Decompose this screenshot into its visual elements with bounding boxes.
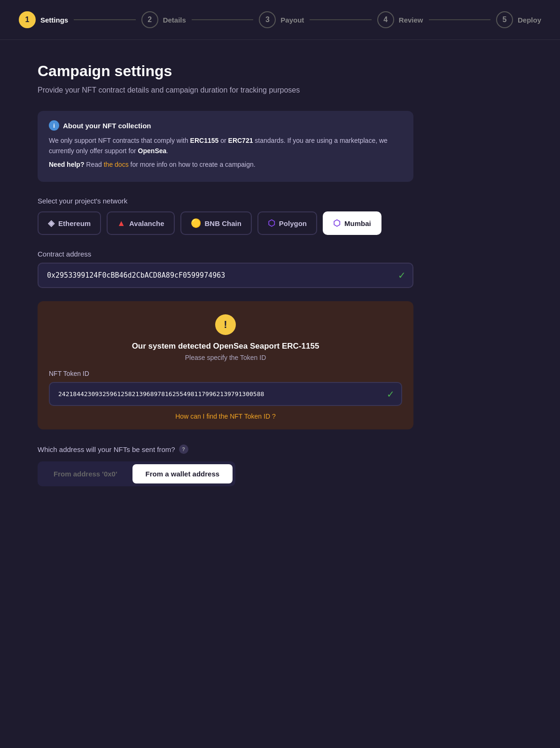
network-btn-bnb[interactable]: 🟡 BNB Chain — [180, 211, 252, 235]
token-id-check-icon: ✓ — [387, 389, 395, 400]
info-box-line1: We only support NFT contracts that compl… — [49, 135, 402, 156]
address-source-label-row: Which address will your NFTs be sent fro… — [38, 444, 413, 454]
info-box-heading: About your NFT collection — [63, 122, 151, 130]
step-4-circle: 4 — [377, 11, 394, 28]
toggle-btn-contract[interactable]: From address '0x0' — [40, 464, 131, 483]
ethereum-label: Ethereum — [58, 219, 91, 227]
stepper: 1 Settings 2 Details 3 Payout 4 Review 5… — [0, 0, 560, 40]
mumbai-label: Mumbai — [344, 219, 371, 227]
info-box-line2: Need help? Read the docs for more info o… — [49, 159, 402, 170]
step-2[interactable]: 2 Details — [141, 11, 186, 28]
address-source-label-text: Which address will your NFTs be sent fro… — [38, 445, 175, 453]
info-icon: i — [49, 120, 59, 131]
network-btn-ethereum[interactable]: ◈ Ethereum — [38, 211, 101, 235]
contract-address-wrapper: ✓ — [38, 263, 413, 288]
warning-subtitle: Please specify the Token ID — [49, 354, 402, 361]
step-divider-1 — [74, 19, 135, 20]
page-subtitle: Provide your NFT contract details and ca… — [38, 85, 413, 96]
address-source-help-icon[interactable]: ? — [179, 444, 188, 454]
main-content: Campaign settings Provide your NFT contr… — [0, 40, 451, 522]
step-5-circle: 5 — [496, 11, 513, 28]
network-btn-polygon[interactable]: ⬡ Polygon — [257, 211, 317, 235]
warning-title: Our system detected OpenSea Seaport ERC-… — [49, 342, 402, 351]
info-box-title: i About your NFT collection — [49, 120, 402, 131]
contract-address-check-icon: ✓ — [398, 270, 406, 281]
warning-box: ! Our system detected OpenSea Seaport ER… — [38, 301, 413, 429]
step-4[interactable]: 4 Review — [377, 11, 423, 28]
network-btn-avalanche[interactable]: ▲ Avalanche — [107, 211, 174, 235]
contract-address-section: Contract address ✓ — [38, 250, 413, 288]
polygon-icon: ⬡ — [268, 218, 275, 228]
avalanche-label: Avalanche — [129, 219, 164, 227]
token-id-label: NFT Token ID — [49, 370, 402, 377]
bnb-icon: 🟡 — [191, 218, 201, 228]
step-5-label: Deploy — [518, 16, 541, 24]
step-3-circle: 3 — [259, 11, 276, 28]
token-id-input[interactable] — [49, 382, 402, 406]
step-divider-4 — [429, 19, 490, 20]
address-source-toggle: From address '0x0' From a wallet address — [38, 461, 235, 486]
step-3-label: Payout — [280, 16, 304, 24]
step-5[interactable]: 5 Deploy — [496, 11, 541, 28]
mumbai-icon: ⬡ — [333, 218, 341, 228]
step-divider-2 — [192, 19, 253, 20]
network-grid: ◈ Ethereum ▲ Avalanche 🟡 BNB Chain ⬡ Pol… — [38, 211, 413, 235]
bnb-label: BNB Chain — [205, 219, 241, 227]
step-divider-3 — [310, 19, 371, 20]
step-3[interactable]: 3 Payout — [259, 11, 304, 28]
step-1[interactable]: 1 Settings — [19, 11, 68, 28]
step-2-circle: 2 — [141, 11, 158, 28]
toggle-btn-wallet[interactable]: From a wallet address — [132, 464, 233, 483]
page-title: Campaign settings — [38, 62, 413, 80]
network-section-label: Select your project's network — [38, 197, 413, 205]
step-2-label: Details — [163, 16, 186, 24]
network-section: Select your project's network ◈ Ethereum… — [38, 197, 413, 235]
contract-address-label: Contract address — [38, 250, 413, 258]
step-4-label: Review — [399, 16, 423, 24]
polygon-label: Polygon — [279, 219, 307, 227]
step-1-label: Settings — [40, 16, 68, 24]
address-source-section: Which address will your NFTs be sent fro… — [38, 444, 413, 486]
network-btn-mumbai[interactable]: ⬡ Mumbai — [323, 211, 381, 235]
contract-address-input[interactable] — [38, 263, 413, 288]
ethereum-icon: ◈ — [48, 218, 54, 228]
token-id-wrapper: ✓ — [49, 382, 402, 406]
docs-link[interactable]: the docs — [104, 161, 129, 168]
warning-icon: ! — [215, 314, 236, 335]
token-id-help-link[interactable]: How can I find the NFT Token ID ? — [49, 413, 402, 420]
step-1-circle: 1 — [19, 11, 36, 28]
info-box: i About your NFT collection We only supp… — [38, 111, 413, 182]
avalanche-icon: ▲ — [117, 218, 125, 228]
